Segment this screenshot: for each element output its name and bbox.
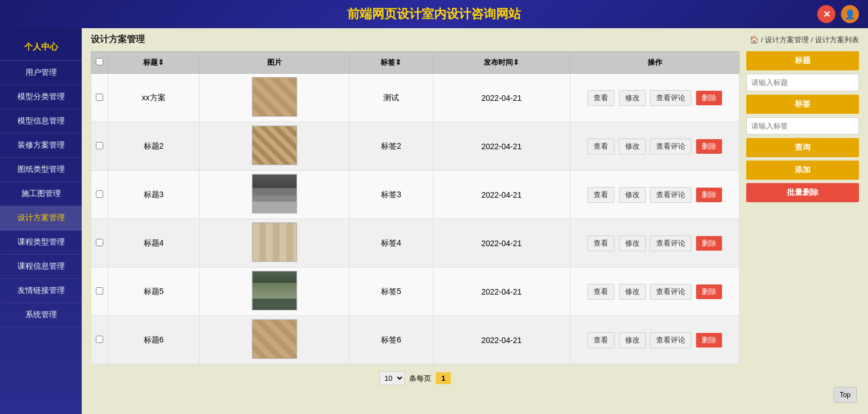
row-title: 标题6: [108, 316, 200, 364]
sidebar-item-user-mgmt[interactable]: 用户管理: [0, 61, 82, 85]
tag-filter-input[interactable]: [746, 117, 859, 135]
comments-button[interactable]: 查看评论: [650, 235, 692, 251]
row-title: 标题4: [108, 219, 200, 268]
row-checkbox[interactable]: [96, 287, 103, 295]
table-row: 标题4 标签4 2022-04-21 查看 修改 查看评论 删除: [91, 219, 739, 268]
sidebar-item-course-info-mgmt[interactable]: 课程信息管理: [0, 255, 82, 279]
col-header-title[interactable]: 标题⇕: [108, 52, 200, 74]
row-checkbox[interactable]: [96, 336, 103, 343]
edit-button[interactable]: 修改: [619, 284, 646, 300]
row-title: 标题5: [108, 268, 200, 316]
row-image: [200, 122, 349, 171]
add-button[interactable]: 添加: [746, 161, 859, 180]
row-image-placeholder: [252, 126, 297, 165]
row-checkbox-cell: [91, 74, 108, 122]
comments-button[interactable]: 查看评论: [650, 284, 692, 300]
delete-button[interactable]: 删除: [696, 139, 722, 154]
row-checkbox-cell: [91, 122, 108, 171]
header-title: 前端网页设计室内设计咨询网站: [347, 6, 521, 23]
row-image: [200, 219, 349, 268]
sidebar-personal-center: 个人中心: [0, 34, 82, 61]
row-date: 2022-04-21: [433, 74, 570, 122]
breadcrumb: 🏠 / 设计方案管理 / 设计方案列表: [750, 35, 859, 45]
user-icon-button[interactable]: 👤: [841, 5, 859, 23]
tag-filter-label: 标签: [746, 95, 859, 114]
row-actions: 查看 修改 查看评论 删除: [570, 122, 739, 171]
delete-button[interactable]: 删除: [696, 236, 722, 251]
edit-button[interactable]: 修改: [619, 235, 646, 251]
sidebar-item-design-plan-mgmt[interactable]: 设计方案管理: [0, 206, 82, 230]
close-button[interactable]: ✕: [817, 5, 835, 23]
table-area: 标题⇕ 图片 标签⇕ 发布时间⇕ 操作 xx方案: [91, 51, 739, 385]
per-page-select[interactable]: 10 20 50: [379, 371, 405, 385]
delete-button[interactable]: 删除: [696, 284, 722, 299]
row-tag: 标签4: [349, 219, 433, 268]
edit-button[interactable]: 修改: [619, 187, 646, 203]
view-button[interactable]: 查看: [587, 235, 614, 251]
sidebar: 个人中心 用户管理 模型分类管理 模型信息管理 装修方案管理 图纸类型管理 施工…: [0, 28, 82, 414]
view-button[interactable]: 查看: [587, 90, 614, 106]
sidebar-item-model-info-mgmt[interactable]: 模型信息管理: [0, 109, 82, 133]
sidebar-item-blueprint-type-mgmt[interactable]: 图纸类型管理: [0, 158, 82, 182]
row-image-placeholder: [252, 174, 297, 213]
comments-button[interactable]: 查看评论: [650, 139, 692, 154]
row-title: xx方案: [108, 74, 200, 122]
breadcrumb-sep2: /: [811, 35, 815, 44]
select-all-checkbox[interactable]: [96, 58, 103, 65]
row-tag: 标签6: [349, 316, 433, 364]
view-button[interactable]: 查看: [587, 187, 614, 203]
row-checkbox[interactable]: [96, 239, 103, 246]
col-header-image: 图片: [200, 52, 349, 74]
delete-button[interactable]: 删除: [696, 333, 722, 348]
row-image-placeholder: [252, 222, 297, 262]
sidebar-item-constr-plan-mgmt[interactable]: 施工图管理: [0, 182, 82, 206]
sidebar-item-sys-mgmt[interactable]: 系统管理: [0, 303, 82, 327]
sidebar-item-course-type-mgmt[interactable]: 课程类型管理: [0, 230, 82, 255]
sidebar-item-friend-link-mgmt[interactable]: 友情链接管理: [0, 279, 82, 303]
per-page-label: 条每页: [409, 373, 431, 384]
row-date: 2022-04-21: [433, 122, 570, 171]
view-button[interactable]: 查看: [587, 139, 614, 154]
row-image-placeholder: [252, 77, 297, 117]
query-button[interactable]: 查询: [746, 138, 859, 157]
row-actions: 查看 修改 查看评论 删除: [570, 74, 739, 122]
row-actions: 查看 修改 查看评论 删除: [570, 219, 739, 268]
row-image: [200, 316, 349, 364]
header-icons: ✕ 👤: [817, 5, 859, 23]
top-button[interactable]: Top: [834, 387, 857, 403]
view-button[interactable]: 查看: [587, 332, 614, 348]
table-row: xx方案 测试 2022-04-21 查看 修改 查看评论 删除: [91, 74, 739, 122]
sidebar-item-decor-plan-mgmt[interactable]: 装修方案管理: [0, 133, 82, 158]
row-checkbox[interactable]: [96, 142, 103, 149]
delete-button[interactable]: 删除: [696, 188, 722, 202]
page-1-button[interactable]: 1: [436, 372, 451, 384]
row-date: 2022-04-21: [433, 219, 570, 268]
row-title: 标题3: [108, 171, 200, 219]
page-title: 设计方案管理: [91, 34, 859, 46]
pagination: 10 20 50 条每页 1: [91, 371, 739, 385]
edit-button[interactable]: 修改: [619, 139, 646, 154]
col-header-date[interactable]: 发布时间⇕: [433, 52, 570, 74]
comments-button[interactable]: 查看评论: [650, 90, 692, 106]
edit-button[interactable]: 修改: [619, 332, 646, 348]
batch-delete-button[interactable]: 批量删除: [746, 183, 859, 202]
main-content: 🏠 / 设计方案管理 / 设计方案列表 设计方案管理 标题⇕: [82, 28, 868, 414]
sidebar-item-model-cat-mgmt[interactable]: 模型分类管理: [0, 85, 82, 109]
content-area: 标题⇕ 图片 标签⇕ 发布时间⇕ 操作 xx方案: [91, 51, 859, 385]
header: 前端网页设计室内设计咨询网站 ✕ 👤: [0, 0, 868, 28]
right-panel: 标题 标签 查询 添加 批量删除: [746, 51, 859, 385]
row-checkbox[interactable]: [96, 94, 103, 101]
view-button[interactable]: 查看: [587, 284, 614, 300]
row-actions: 查看 修改 查看评论 删除: [570, 316, 739, 364]
row-image: [200, 74, 349, 122]
edit-button[interactable]: 修改: [619, 90, 646, 106]
main-layout: 个人中心 用户管理 模型分类管理 模型信息管理 装修方案管理 图纸类型管理 施工…: [0, 28, 868, 414]
comments-button[interactable]: 查看评论: [650, 332, 692, 348]
col-header-tag[interactable]: 标签⇕: [349, 52, 433, 74]
title-filter-input[interactable]: [746, 74, 859, 91]
title-filter-label: 标题: [746, 51, 859, 70]
breadcrumb-path1: 设计方案管理: [765, 35, 809, 44]
row-checkbox[interactable]: [96, 190, 103, 198]
delete-button[interactable]: 删除: [696, 91, 722, 105]
comments-button[interactable]: 查看评论: [650, 187, 692, 203]
